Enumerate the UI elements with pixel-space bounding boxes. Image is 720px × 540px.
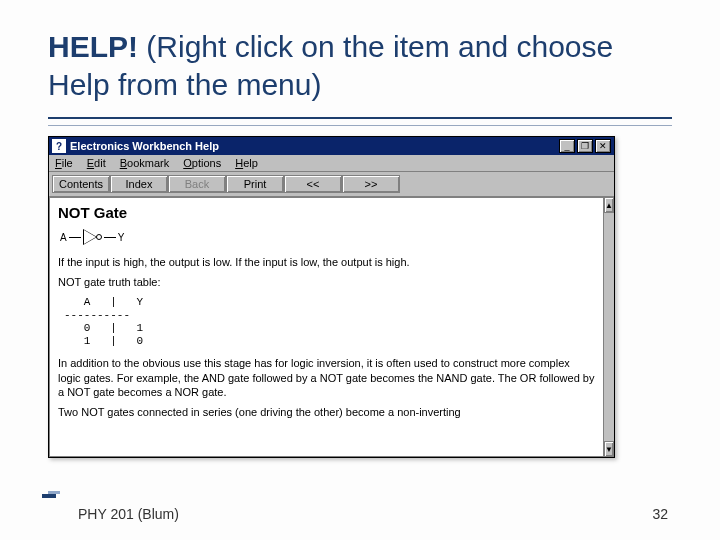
scrollbar[interactable]: ▲ ▼	[603, 197, 614, 457]
toolbar-back[interactable]: Back	[168, 175, 226, 193]
toolbar: Contents Index Back Print << >>	[49, 172, 614, 197]
paragraph-2: NOT gate truth table:	[58, 275, 595, 289]
minimize-button[interactable]: _	[559, 139, 575, 153]
maximize-button[interactable]: ❐	[577, 139, 593, 153]
gate-wire-out	[104, 237, 116, 238]
menu-help[interactable]: Help	[235, 157, 258, 169]
help-window: ? Electronics Workbench Help _ ❐ ✕ File …	[48, 136, 615, 458]
title-bold: HELP!	[48, 30, 138, 63]
gate-output-label: Y	[118, 232, 125, 243]
paragraph-3: In addition to the obvious use this stag…	[58, 356, 595, 399]
toolbar-prev[interactable]: <<	[284, 175, 342, 193]
toolbar-index[interactable]: Index	[110, 175, 168, 193]
slide-title: HELP! (Right click on the item and choos…	[48, 28, 672, 103]
close-button[interactable]: ✕	[595, 139, 611, 153]
footer-page-number: 32	[652, 506, 668, 522]
scroll-up-icon[interactable]: ▲	[604, 197, 614, 213]
slide-corner-accent	[42, 484, 64, 498]
scroll-down-icon[interactable]: ▼	[604, 441, 614, 457]
gate-wire-in	[69, 237, 81, 238]
slide-footer: PHY 201 (Blum) 32	[0, 506, 720, 522]
menu-file[interactable]: File	[55, 157, 73, 169]
window-buttons: _ ❐ ✕	[559, 139, 611, 153]
content-wrap: NOT Gate A Y If the input is high, the o…	[49, 197, 614, 457]
truth-table: A | Y ---------- 0 | 1 1 | 0	[64, 296, 595, 349]
toolbar-print[interactable]: Print	[226, 175, 284, 193]
slide: HELP! (Right click on the item and choos…	[0, 0, 720, 540]
gate-triangle-icon	[83, 229, 97, 245]
menubar: File Edit Bookmark Options Help	[49, 155, 614, 172]
window-title: Electronics Workbench Help	[70, 140, 219, 152]
toolbar-contents[interactable]: Contents	[52, 175, 110, 193]
not-gate-diagram: A Y	[60, 229, 595, 245]
gate-input-label: A	[60, 232, 67, 243]
menu-edit[interactable]: Edit	[87, 157, 106, 169]
paragraph-1: If the input is high, the output is low.…	[58, 255, 595, 269]
menu-options[interactable]: Options	[183, 157, 221, 169]
menu-bookmark[interactable]: Bookmark	[120, 157, 170, 169]
paragraph-4: Two NOT gates connected in series (one d…	[58, 405, 595, 419]
title-rule-2	[48, 125, 672, 126]
title-rule-1	[48, 117, 672, 119]
footer-left: PHY 201 (Blum)	[78, 506, 179, 522]
toolbar-next[interactable]: >>	[342, 175, 400, 193]
content-heading: NOT Gate	[58, 204, 595, 221]
titlebar[interactable]: ? Electronics Workbench Help _ ❐ ✕	[49, 137, 614, 155]
titlebar-left: ? Electronics Workbench Help	[52, 139, 219, 153]
help-app-icon: ?	[52, 139, 66, 153]
help-content: NOT Gate A Y If the input is high, the o…	[49, 197, 603, 457]
